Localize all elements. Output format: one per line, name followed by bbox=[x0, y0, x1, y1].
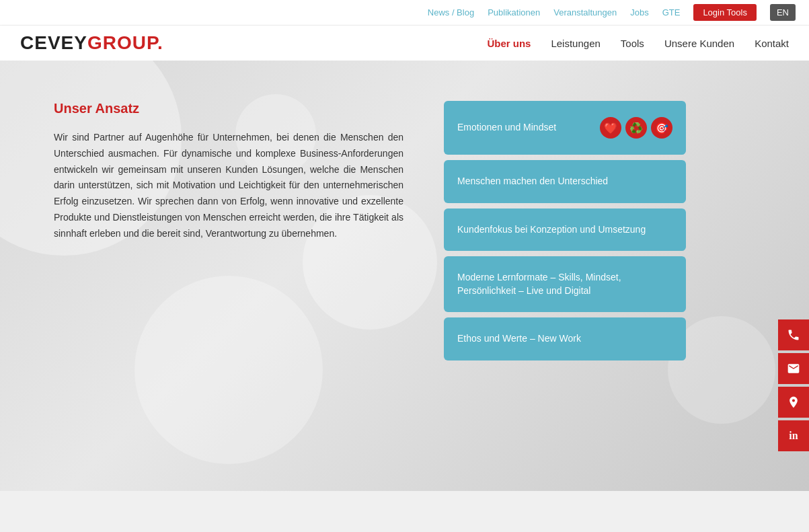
hero-section: Unser Ansatz Wir sind Partner auf Augenh… bbox=[0, 61, 809, 491]
nav-kontakt[interactable]: Kontakt bbox=[755, 38, 789, 49]
target-icon: 🎯 bbox=[651, 117, 672, 139]
lang-switcher[interactable]: EN bbox=[770, 4, 796, 21]
logo-dot: . bbox=[157, 32, 163, 53]
section-text: Wir sind Partner auf Augenhöhe für Unter… bbox=[54, 130, 403, 242]
nav-news-blog[interactable]: News / Blog bbox=[428, 7, 474, 17]
card-menschen[interactable]: Menschen machen den Unterschied bbox=[444, 160, 686, 203]
logo-group: GROUP bbox=[87, 32, 157, 53]
left-panel: Unser Ansatz Wir sind Partner auf Augenh… bbox=[54, 101, 403, 360]
logo: CEVEYGROUP. bbox=[20, 32, 163, 54]
nav-publikationen[interactable]: Publikationen bbox=[488, 7, 540, 17]
fab-location[interactable] bbox=[778, 387, 809, 418]
top-bar: News / Blog Publikationen Veranstaltunge… bbox=[0, 0, 809, 26]
main-nav: CEVEYGROUP. Über uns Leistungen Tools Un… bbox=[0, 26, 809, 61]
fab-email[interactable] bbox=[778, 353, 809, 384]
card-emotionen[interactable]: Emotionen und Mindset ❤️ ♻️ 🎯 bbox=[444, 101, 686, 155]
phone-icon bbox=[787, 328, 800, 342]
nav-unsere-kunden[interactable]: Unsere Kunden bbox=[664, 38, 734, 49]
card-icons: ❤️ ♻️ 🎯 bbox=[600, 117, 672, 139]
card-lernformate[interactable]: Moderne Lernformate – Skills, Mindset, P… bbox=[444, 256, 686, 312]
nav-links: Über uns Leistungen Tools Unsere Kunden … bbox=[487, 38, 789, 49]
login-tools-button[interactable]: Login Tools bbox=[693, 4, 757, 21]
card-kundenfokus[interactable]: Kundenfokus bei Konzeption und Umsetzung bbox=[444, 208, 686, 252]
email-icon bbox=[787, 362, 800, 375]
nav-jobs[interactable]: Jobs bbox=[630, 7, 648, 17]
nav-tools[interactable]: Tools bbox=[621, 38, 644, 49]
card-lernformate-title: Moderne Lernformate – Skills, Mindset, P… bbox=[457, 271, 672, 297]
location-icon bbox=[787, 395, 800, 409]
fab-container: in bbox=[778, 319, 809, 451]
card-ethos-title: Ethos und Werte – New Work bbox=[457, 332, 581, 346]
fab-phone[interactable] bbox=[778, 319, 809, 350]
card-menschen-title: Menschen machen den Unterschied bbox=[457, 175, 608, 188]
nav-gte[interactable]: GTE bbox=[662, 7, 681, 17]
nav-veranstaltungen[interactable]: Veranstaltungen bbox=[553, 7, 617, 17]
logo-cevey: CEVEY bbox=[20, 32, 87, 53]
leaf-icon: ♻️ bbox=[625, 117, 647, 139]
card-kundenfokus-title: Kundenfokus bei Konzeption und Umsetzung bbox=[457, 223, 646, 237]
linkedin-icon: in bbox=[789, 430, 798, 442]
nav-uber-uns[interactable]: Über uns bbox=[487, 38, 531, 49]
heart-icon: ❤️ bbox=[600, 117, 621, 139]
card-emotionen-title: Emotionen und Mindset bbox=[457, 121, 556, 135]
content-area: Unser Ansatz Wir sind Partner auf Augenh… bbox=[0, 61, 740, 401]
right-panel: Emotionen und Mindset ❤️ ♻️ 🎯 Menschen m… bbox=[444, 101, 686, 360]
nav-leistungen[interactable]: Leistungen bbox=[551, 38, 600, 49]
section-title: Unser Ansatz bbox=[54, 101, 403, 116]
card-ethos[interactable]: Ethos und Werte – New Work bbox=[444, 317, 686, 360]
fab-linkedin[interactable]: in bbox=[778, 420, 809, 451]
